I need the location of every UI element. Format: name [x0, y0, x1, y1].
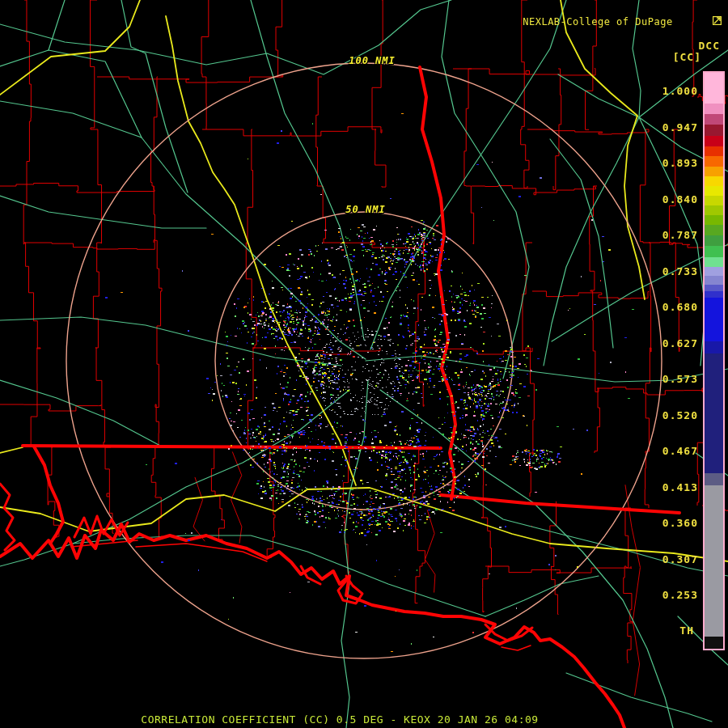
- radar-viewer: NEXLAB-College of DuPage DCC [CC] 100 NM…: [0, 0, 728, 728]
- colorbar-segment: [705, 104, 723, 114]
- colorbar-segment: [705, 637, 723, 649]
- colorbar-tick-label: 0.307: [648, 553, 698, 565]
- colorbar-segment: [705, 246, 723, 257]
- colorbar-tick-label: 0.520: [648, 409, 698, 421]
- colorbar-segment: [705, 125, 723, 136]
- product-code-label: DCC: [699, 40, 720, 52]
- radar-map-canvas: [0, 0, 728, 728]
- colorbar-segment: [705, 257, 723, 267]
- range-ring-label-50nmi: 50 NMI: [325, 204, 406, 215]
- range-ring-label-100nmi: 100 NMI: [332, 55, 413, 66]
- colorbar-segment: [705, 136, 723, 146]
- colorbar-segment: [705, 176, 723, 186]
- colorbar-segment: [705, 186, 723, 196]
- colorbar-tick-label: 0.787: [648, 229, 698, 241]
- colorbar-threshold-label: TH: [679, 624, 694, 637]
- colorbar-segment: [705, 353, 723, 473]
- colorbar-segment: [705, 225, 723, 235]
- colorbar-tick-label: 0.733: [648, 265, 698, 277]
- colorbar-tick-label: 0.413: [648, 481, 698, 493]
- site-title: NEXLAB-College of DuPage: [523, 5, 722, 39]
- colorbar-tick-label: 0.680: [648, 301, 698, 313]
- colorbar-tick-label: 0.253: [648, 589, 698, 601]
- colorbar-segment: [705, 167, 723, 176]
- colorbar-tick-label: 0.467: [648, 445, 698, 457]
- colorbar-segment: [705, 196, 723, 205]
- colorbar-segment: [705, 205, 723, 215]
- colorbar-segment: [705, 156, 723, 167]
- colorbar-segment: [705, 298, 723, 341]
- box-arrow-icon: [675, 5, 722, 39]
- colorbar-segment: [705, 341, 723, 353]
- colorbar: [703, 71, 725, 650]
- colorbar-tick-label: 0.360: [648, 517, 698, 529]
- colorbar-tick-label: 0.573: [648, 373, 698, 385]
- colorbar-tick-label: 0.947: [648, 121, 698, 133]
- product-unit-label: [CC]: [673, 51, 701, 63]
- colorbar-segment: [705, 276, 723, 285]
- colorbar-segment: [705, 215, 723, 225]
- colorbar-segment: [705, 235, 723, 246]
- colorbar-segment: [705, 291, 723, 298]
- colorbar-segment: [705, 146, 723, 156]
- colorbar-segment: [705, 267, 723, 276]
- colorbar-segment: [705, 114, 723, 125]
- colorbar-tick-label: 1.000: [648, 85, 698, 97]
- colorbar-tick-label: 0.627: [648, 337, 698, 349]
- colorbar-tick-label: 0.840: [648, 193, 698, 205]
- colorbar-tick-label: 0.893: [648, 157, 698, 169]
- colorbar-segment: [705, 73, 723, 104]
- colorbar-segment: [705, 285, 723, 291]
- colorbar-segment: [705, 485, 723, 637]
- colorbar-segment: [705, 473, 723, 485]
- product-caption: CORRELATION COEFFICIENT (CC) 0.5 DEG - K…: [0, 713, 679, 726]
- site-title-text: NEXLAB-College of DuPage: [523, 16, 672, 28]
